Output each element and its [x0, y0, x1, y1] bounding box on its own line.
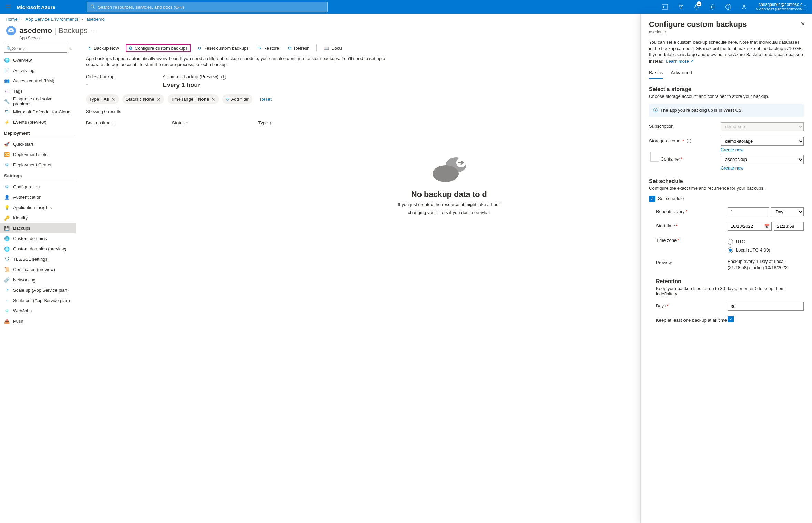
create-storage-link[interactable]: Create new [721, 147, 743, 152]
book-icon: 📖 [324, 45, 329, 51]
column-status[interactable]: Status ↑ [172, 120, 258, 125]
feedback-icon[interactable] [737, 0, 751, 14]
sidebar-item-scale-up-app-service-plan-[interactable]: ↗Scale up (App Service plan) [0, 285, 76, 295]
column-type[interactable]: Type ↑ [258, 120, 293, 125]
menu-item-icon: ⚙ [4, 184, 10, 189]
timezone-label: Time zone* [656, 236, 728, 243]
storage-account-select[interactable]: demo-storage [721, 137, 804, 146]
sidebar-item-authentication[interactable]: 👤Authentication [0, 192, 76, 202]
calendar-icon[interactable]: 📅 [764, 224, 770, 229]
app-service-icon [6, 25, 17, 36]
account-info[interactable]: chrisqpublic@contoso.c… MICROSOFT (MICRO… [756, 2, 806, 11]
more-actions[interactable]: ⋯ [90, 28, 95, 33]
toolbar-separator [316, 44, 317, 51]
sidebar-item-microsoft-defender-for-cloud[interactable]: 🛡Microsoft Defender for Cloud [0, 106, 76, 117]
keep-one-checkbox[interactable]: ✓ [728, 316, 734, 322]
breadcrumb-asedemo[interactable]: asedemo [86, 17, 104, 22]
schedule-section-title: Set schedule [649, 178, 804, 184]
close-icon[interactable]: ✕ [156, 96, 161, 102]
menu-item-label: WebJobs [13, 308, 32, 314]
configure-panel: ✕ Configure custom backups asedemo You c… [640, 14, 812, 523]
settings-icon[interactable] [706, 0, 719, 14]
sidebar-item-application-insights[interactable]: 💡Application Insights [0, 202, 76, 213]
filter-icon[interactable] [674, 0, 688, 14]
resource-menu: 🔍 « 🌐Overview📄Activity log👥Access contro… [0, 40, 78, 523]
sidebar-item-access-control-iam-[interactable]: 👥Access control (IAM) [0, 75, 76, 86]
restore-button[interactable]: ↷Restore [255, 44, 281, 52]
tab-advanced[interactable]: Advanced [671, 70, 692, 79]
sidebar-item-quickstart[interactable]: 🚀Quickstart [0, 139, 76, 149]
start-time-input[interactable] [774, 222, 804, 231]
info-icon: ⓘ [653, 107, 658, 113]
info-icon[interactable]: i [221, 75, 226, 80]
column-backup-time[interactable]: Backup time ↓ [86, 120, 172, 125]
sidebar-item-custom-domains[interactable]: 🌐Custom domains [0, 233, 76, 244]
sidebar-item-push[interactable]: 📤Push [0, 316, 76, 326]
backup-now-button[interactable]: ↻Backup Now [86, 44, 121, 52]
sidebar-item-deployment-slots[interactable]: 🔀Deployment slots [0, 149, 76, 160]
documentation-button[interactable]: 📖Docu [322, 44, 344, 52]
sidebar-item-events-preview-[interactable]: ⚡Events (preview) [0, 117, 76, 127]
sidebar-item-networking[interactable]: 🔗Networking [0, 275, 76, 285]
global-search-input[interactable] [98, 4, 324, 10]
filter-type[interactable]: Type : All✕ [86, 94, 119, 104]
panel-subtitle: asedemo [649, 30, 804, 34]
sidebar-item-tags[interactable]: 🏷Tags [0, 86, 76, 96]
cloud-shell-icon[interactable] [658, 0, 672, 14]
info-icon[interactable]: i [687, 139, 691, 143]
refresh-button[interactable]: ⟳Refresh [286, 44, 312, 52]
set-schedule-checkbox[interactable]: ✓ [649, 196, 655, 202]
notifications-icon[interactable]: 1 [690, 0, 703, 14]
repeats-unit-select[interactable]: Day [771, 207, 804, 216]
add-filter-button[interactable]: ▽Add filter [222, 94, 252, 104]
sidebar-item-configuration[interactable]: ⚙Configuration [0, 182, 76, 192]
subscription-select: demo-sub [721, 122, 804, 131]
close-icon[interactable]: ✕ [211, 96, 215, 102]
breadcrumb-ase[interactable]: App Service Environments [26, 17, 78, 22]
menu-group-settings: Settings [0, 170, 76, 180]
reset-filters-link[interactable]: Reset [260, 96, 272, 102]
close-icon[interactable]: ✕ [111, 96, 115, 102]
menu-item-label: Deployment slots [13, 152, 48, 157]
container-select[interactable]: asebackup [721, 155, 804, 164]
oldest-backup-label: Oldest backup [86, 74, 114, 79]
menu-item-label: Custom domains [13, 236, 47, 241]
sidebar-item-deployment-center[interactable]: ⚙Deployment Center [0, 160, 76, 170]
tz-local-radio[interactable] [728, 247, 733, 253]
menu-item-label: Diagnose and solve problems [13, 96, 72, 106]
menu-item-icon: 💡 [4, 205, 10, 210]
create-container-link[interactable]: Create new [721, 165, 743, 171]
global-search[interactable] [87, 2, 328, 12]
menu-item-icon: ⚙ [4, 308, 10, 314]
days-input[interactable] [728, 302, 804, 311]
collapse-menu-icon[interactable]: « [69, 46, 72, 51]
sidebar-item-scale-out-app-service-plan-[interactable]: ↔Scale out (App Service plan) [0, 295, 76, 306]
help-icon[interactable] [721, 0, 735, 14]
menu-search-input[interactable] [4, 44, 67, 53]
configure-custom-backups-button[interactable]: ⚙Configure custom backups [126, 44, 191, 52]
tab-basics[interactable]: Basics [649, 70, 663, 79]
learn-more-link[interactable]: Learn more ↗ [666, 59, 694, 64]
sidebar-item-custom-domains-preview-[interactable]: 🌐Custom domains (preview) [0, 244, 76, 254]
sidebar-item-webjobs[interactable]: ⚙WebJobs [0, 306, 76, 316]
menu-item-label: Scale out (App Service plan) [13, 298, 70, 303]
repeats-value-input[interactable] [728, 207, 769, 216]
tz-utc-radio[interactable] [728, 239, 733, 245]
filter-status[interactable]: Status : None✕ [122, 94, 164, 104]
sidebar-item-activity-log[interactable]: 📄Activity log [0, 65, 76, 75]
reset-custom-backups-button[interactable]: ↺Reset custom backups [195, 44, 251, 52]
sidebar-item-identity[interactable]: 🔑Identity [0, 213, 76, 223]
breadcrumb-home[interactable]: Home [6, 17, 18, 22]
sidebar-item-overview[interactable]: 🌐Overview [0, 55, 76, 65]
sidebar-item-diagnose-and-solve-problems[interactable]: 🔧Diagnose and solve problems [0, 96, 76, 106]
sidebar-item-certificates-preview-[interactable]: 📜Certificates (preview) [0, 264, 76, 275]
menu-item-label: Application Insights [13, 205, 52, 210]
close-panel-button[interactable]: ✕ [801, 21, 805, 27]
filter-timerange[interactable]: Time range : None✕ [168, 94, 219, 104]
filter-icon: ▽ [226, 96, 229, 102]
sidebar-item-backups[interactable]: 💾Backups [0, 223, 76, 233]
set-schedule-label: Set schedule [658, 196, 684, 201]
sidebar-item-tls-ssl-settings[interactable]: 🛡TLS/SSL settings [0, 254, 76, 264]
notification-badge: 1 [697, 1, 701, 6]
hamburger-menu[interactable] [3, 1, 14, 12]
